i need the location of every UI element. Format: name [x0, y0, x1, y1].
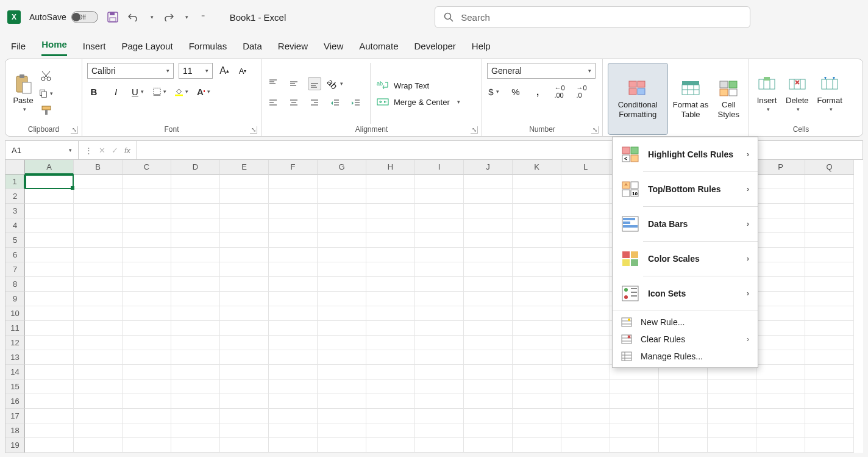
cell[interactable] — [561, 423, 610, 438]
tab-automate[interactable]: Automate — [359, 37, 398, 56]
cell[interactable] — [366, 306, 415, 321]
cell[interactable] — [123, 380, 171, 394]
cell[interactable] — [318, 204, 366, 218]
row-header[interactable]: 6 — [5, 248, 25, 262]
enter-formula-button[interactable]: ✓ — [112, 146, 118, 155]
cell[interactable] — [415, 189, 464, 204]
cell[interactable] — [269, 248, 318, 262]
cell[interactable] — [318, 380, 366, 394]
cell[interactable] — [25, 218, 74, 233]
row-header[interactable]: 2 — [5, 189, 25, 204]
cell[interactable] — [25, 365, 74, 380]
cell[interactable] — [25, 189, 74, 204]
cell[interactable] — [561, 438, 610, 453]
cell[interactable] — [269, 365, 318, 380]
cell[interactable] — [561, 248, 610, 262]
cell[interactable] — [171, 189, 220, 204]
cell[interactable] — [464, 204, 513, 218]
cell[interactable] — [756, 336, 805, 350]
cell[interactable] — [74, 204, 123, 218]
select-all-corner[interactable] — [5, 160, 25, 175]
row-header[interactable]: 17 — [5, 409, 25, 423]
cell[interactable] — [513, 277, 561, 292]
cell[interactable] — [318, 336, 366, 350]
undo-dropdown[interactable]: ▾ — [151, 14, 154, 20]
cell[interactable] — [805, 350, 854, 365]
cell[interactable] — [366, 292, 415, 306]
cell[interactable] — [464, 277, 513, 292]
cell[interactable] — [464, 262, 513, 277]
cell[interactable] — [415, 438, 464, 453]
cell[interactable] — [366, 277, 415, 292]
align-left-button[interactable] — [266, 96, 280, 110]
cell[interactable] — [74, 409, 123, 423]
bold-button[interactable]: B — [87, 85, 101, 98]
cell[interactable] — [74, 365, 123, 380]
cell[interactable] — [756, 306, 805, 321]
cell[interactable] — [610, 380, 659, 394]
orientation-button[interactable]: ab▾ — [329, 77, 342, 90]
cell[interactable] — [415, 423, 464, 438]
cell[interactable] — [610, 394, 659, 409]
cell[interactable] — [74, 394, 123, 409]
cell[interactable] — [464, 292, 513, 306]
cell[interactable] — [25, 350, 74, 365]
cell[interactable] — [805, 438, 854, 453]
cell[interactable] — [366, 248, 415, 262]
cell[interactable] — [464, 189, 513, 204]
cell[interactable] — [415, 262, 464, 277]
cell[interactable] — [25, 409, 74, 423]
cell[interactable] — [415, 306, 464, 321]
comma-button[interactable]: , — [531, 85, 544, 98]
cell[interactable] — [123, 409, 171, 423]
cell[interactable] — [366, 423, 415, 438]
copy-button[interactable]: ▾ — [40, 87, 53, 100]
cell[interactable] — [318, 189, 366, 204]
cell[interactable] — [25, 306, 74, 321]
cell[interactable] — [659, 423, 708, 438]
conditional-formatting-button[interactable]: Conditional Formatting — [608, 63, 668, 135]
cell[interactable] — [513, 218, 561, 233]
cell[interactable] — [805, 233, 854, 248]
cell[interactable] — [269, 233, 318, 248]
cell[interactable] — [123, 321, 171, 336]
row-header[interactable]: 18 — [5, 423, 25, 438]
cell[interactable] — [269, 218, 318, 233]
cell[interactable] — [464, 175, 513, 189]
cell[interactable] — [756, 204, 805, 218]
cell[interactable] — [561, 233, 610, 248]
cell[interactable] — [171, 248, 220, 262]
cell[interactable] — [123, 175, 171, 189]
tab-home[interactable]: Home — [41, 35, 67, 56]
cell[interactable] — [269, 175, 318, 189]
cell[interactable] — [269, 189, 318, 204]
cell[interactable] — [318, 394, 366, 409]
cell[interactable] — [756, 350, 805, 365]
cell[interactable] — [366, 262, 415, 277]
cell[interactable] — [561, 365, 610, 380]
cell[interactable] — [561, 336, 610, 350]
cell[interactable] — [269, 409, 318, 423]
cell[interactable] — [415, 204, 464, 218]
cell[interactable] — [25, 336, 74, 350]
cell[interactable] — [220, 277, 269, 292]
cell[interactable] — [25, 321, 74, 336]
cell[interactable] — [74, 277, 123, 292]
undo-button[interactable] — [127, 11, 140, 23]
cell[interactable] — [415, 321, 464, 336]
col-header[interactable]: B — [74, 160, 123, 175]
cell[interactable] — [74, 306, 123, 321]
cell[interactable] — [805, 321, 854, 336]
formula-menu-icon[interactable]: ⋮ — [85, 146, 93, 155]
cell[interactable] — [805, 218, 854, 233]
col-header[interactable]: F — [269, 160, 318, 175]
cell[interactable] — [659, 394, 708, 409]
cell[interactable] — [561, 218, 610, 233]
tab-insert[interactable]: Insert — [83, 37, 106, 56]
row-header[interactable]: 14 — [5, 365, 25, 380]
cell[interactable] — [366, 189, 415, 204]
cell[interactable] — [756, 292, 805, 306]
cell[interactable] — [805, 380, 854, 394]
cell[interactable] — [171, 336, 220, 350]
wrap-text-button[interactable]: ab Wrap Text — [377, 80, 460, 91]
